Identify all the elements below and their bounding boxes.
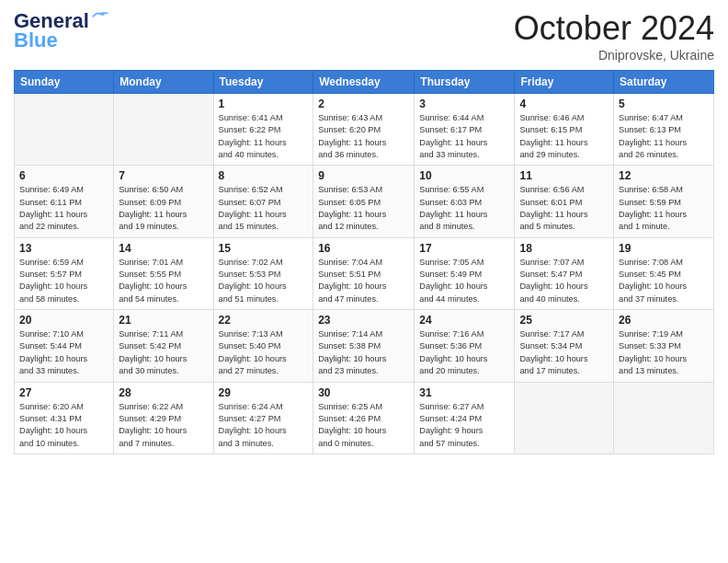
- title-block: October 2024 Dniprovske, Ukraine: [514, 9, 714, 63]
- day-info: Sunrise: 6:20 AM Sunset: 4:31 PM Dayligh…: [19, 401, 108, 450]
- calendar-cell: 12Sunrise: 6:58 AM Sunset: 5:59 PM Dayli…: [614, 166, 714, 237]
- calendar-week-5: 27Sunrise: 6:20 AM Sunset: 4:31 PM Dayli…: [15, 382, 714, 454]
- weekday-header-wednesday: Wednesday: [313, 71, 415, 94]
- day-info: Sunrise: 6:41 AM Sunset: 6:22 PM Dayligh…: [219, 112, 309, 161]
- header: General Blue October 2024 Dniprovske, Uk…: [14, 9, 714, 63]
- day-info: Sunrise: 7:08 AM Sunset: 5:45 PM Dayligh…: [619, 257, 709, 305]
- day-info: Sunrise: 6:47 AM Sunset: 6:13 PM Dayligh…: [619, 112, 709, 161]
- calendar-cell: 9Sunrise: 6:53 AM Sunset: 6:05 PM Daylig…: [313, 166, 415, 237]
- calendar-cell: 8Sunrise: 6:52 AM Sunset: 6:07 PM Daylig…: [213, 166, 313, 237]
- day-info: Sunrise: 6:27 AM Sunset: 4:24 PM Dayligh…: [419, 401, 509, 450]
- calendar-cell: 18Sunrise: 7:07 AM Sunset: 5:47 PM Dayli…: [515, 237, 614, 309]
- calendar-cell: 31Sunrise: 6:27 AM Sunset: 4:24 PM Dayli…: [415, 382, 515, 454]
- day-number: 1: [219, 98, 309, 110]
- calendar-cell: [15, 94, 114, 166]
- day-number: 8: [219, 169, 309, 182]
- day-number: 6: [19, 169, 108, 182]
- day-number: 26: [619, 314, 709, 327]
- day-info: Sunrise: 6:46 AM Sunset: 6:15 PM Dayligh…: [519, 112, 609, 161]
- day-number: 31: [419, 386, 509, 399]
- logo: General Blue: [14, 9, 108, 52]
- logo-blue: Blue: [14, 29, 58, 52]
- day-number: 29: [219, 386, 309, 399]
- calendar-cell: 5Sunrise: 6:47 AM Sunset: 6:13 PM Daylig…: [614, 94, 714, 166]
- day-number: 30: [318, 386, 409, 399]
- day-info: Sunrise: 6:24 AM Sunset: 4:27 PM Dayligh…: [219, 401, 309, 450]
- calendar-week-3: 13Sunrise: 6:59 AM Sunset: 5:57 PM Dayli…: [15, 237, 714, 309]
- day-number: 18: [519, 242, 609, 255]
- calendar-cell: 3Sunrise: 6:44 AM Sunset: 6:17 PM Daylig…: [415, 94, 515, 166]
- day-number: 16: [318, 242, 409, 255]
- day-number: 12: [619, 169, 709, 182]
- calendar-cell: 21Sunrise: 7:11 AM Sunset: 5:42 PM Dayli…: [114, 310, 213, 382]
- calendar-cell: 25Sunrise: 7:17 AM Sunset: 5:34 PM Dayli…: [515, 310, 614, 382]
- calendar-cell: 19Sunrise: 7:08 AM Sunset: 5:45 PM Dayli…: [614, 237, 714, 309]
- day-info: Sunrise: 7:11 AM Sunset: 5:42 PM Dayligh…: [119, 328, 208, 377]
- logo-bird-icon: [92, 11, 108, 22]
- calendar-cell: 20Sunrise: 7:10 AM Sunset: 5:44 PM Dayli…: [15, 310, 114, 382]
- day-number: 14: [119, 242, 208, 255]
- day-number: 10: [419, 169, 509, 182]
- day-number: 21: [119, 314, 208, 327]
- day-info: Sunrise: 7:07 AM Sunset: 5:47 PM Dayligh…: [519, 257, 609, 305]
- day-number: 11: [519, 169, 609, 182]
- day-number: 19: [619, 242, 709, 255]
- day-info: Sunrise: 6:55 AM Sunset: 6:03 PM Dayligh…: [419, 184, 509, 233]
- calendar-cell: 22Sunrise: 7:13 AM Sunset: 5:40 PM Dayli…: [213, 310, 313, 382]
- calendar-table: SundayMondayTuesdayWednesdayThursdayFrid…: [14, 70, 714, 454]
- weekday-header-sunday: Sunday: [15, 71, 114, 94]
- day-number: 7: [119, 169, 208, 182]
- day-info: Sunrise: 6:44 AM Sunset: 6:17 PM Dayligh…: [419, 112, 509, 161]
- day-info: Sunrise: 7:14 AM Sunset: 5:38 PM Dayligh…: [318, 328, 409, 377]
- month-title: October 2024: [514, 9, 714, 48]
- calendar-cell: [614, 382, 714, 454]
- day-number: 3: [419, 98, 509, 110]
- day-info: Sunrise: 7:04 AM Sunset: 5:51 PM Dayligh…: [318, 257, 409, 305]
- day-number: 4: [519, 98, 609, 110]
- calendar-cell: 1Sunrise: 6:41 AM Sunset: 6:22 PM Daylig…: [213, 94, 313, 166]
- day-info: Sunrise: 7:01 AM Sunset: 5:55 PM Dayligh…: [119, 257, 208, 305]
- day-number: 27: [19, 386, 108, 399]
- day-number: 25: [519, 314, 609, 327]
- calendar-cell: 16Sunrise: 7:04 AM Sunset: 5:51 PM Dayli…: [313, 237, 415, 309]
- day-info: Sunrise: 7:02 AM Sunset: 5:53 PM Dayligh…: [219, 257, 309, 305]
- day-info: Sunrise: 6:50 AM Sunset: 6:09 PM Dayligh…: [119, 184, 208, 233]
- weekday-header-monday: Monday: [114, 71, 213, 94]
- calendar-cell: 23Sunrise: 7:14 AM Sunset: 5:38 PM Dayli…: [313, 310, 415, 382]
- weekday-header-tuesday: Tuesday: [213, 71, 313, 94]
- calendar-cell: 29Sunrise: 6:24 AM Sunset: 4:27 PM Dayli…: [213, 382, 313, 454]
- day-info: Sunrise: 7:10 AM Sunset: 5:44 PM Dayligh…: [19, 328, 108, 377]
- calendar-cell: 2Sunrise: 6:43 AM Sunset: 6:20 PM Daylig…: [313, 94, 415, 166]
- day-info: Sunrise: 7:16 AM Sunset: 5:36 PM Dayligh…: [419, 328, 509, 377]
- day-info: Sunrise: 6:22 AM Sunset: 4:29 PM Dayligh…: [119, 401, 208, 450]
- day-number: 28: [119, 386, 208, 399]
- day-number: 17: [419, 242, 509, 255]
- day-number: 20: [19, 314, 108, 327]
- calendar-cell: 14Sunrise: 7:01 AM Sunset: 5:55 PM Dayli…: [114, 237, 213, 309]
- weekday-header-thursday: Thursday: [415, 71, 515, 94]
- calendar-cell: 10Sunrise: 6:55 AM Sunset: 6:03 PM Dayli…: [415, 166, 515, 237]
- weekday-header-friday: Friday: [515, 71, 614, 94]
- calendar-cell: 11Sunrise: 6:56 AM Sunset: 6:01 PM Dayli…: [515, 166, 614, 237]
- calendar-cell: [515, 382, 614, 454]
- day-number: 9: [318, 169, 409, 182]
- day-info: Sunrise: 6:52 AM Sunset: 6:07 PM Dayligh…: [219, 184, 309, 233]
- calendar-cell: 6Sunrise: 6:49 AM Sunset: 6:11 PM Daylig…: [15, 166, 114, 237]
- calendar-cell: [114, 94, 213, 166]
- day-info: Sunrise: 6:25 AM Sunset: 4:26 PM Dayligh…: [318, 401, 409, 450]
- day-info: Sunrise: 7:17 AM Sunset: 5:34 PM Dayligh…: [519, 328, 609, 377]
- calendar-cell: 24Sunrise: 7:16 AM Sunset: 5:36 PM Dayli…: [415, 310, 515, 382]
- day-number: 22: [219, 314, 309, 327]
- calendar-cell: 17Sunrise: 7:05 AM Sunset: 5:49 PM Dayli…: [415, 237, 515, 309]
- weekday-header-row: SundayMondayTuesdayWednesdayThursdayFrid…: [15, 71, 714, 94]
- day-number: 2: [318, 98, 409, 110]
- calendar-cell: 27Sunrise: 6:20 AM Sunset: 4:31 PM Dayli…: [15, 382, 114, 454]
- day-info: Sunrise: 6:56 AM Sunset: 6:01 PM Dayligh…: [519, 184, 609, 233]
- day-info: Sunrise: 6:43 AM Sunset: 6:20 PM Dayligh…: [318, 112, 409, 161]
- weekday-header-saturday: Saturday: [614, 71, 714, 94]
- calendar-cell: 15Sunrise: 7:02 AM Sunset: 5:53 PM Dayli…: [213, 237, 313, 309]
- day-number: 23: [318, 314, 409, 327]
- day-info: Sunrise: 6:58 AM Sunset: 5:59 PM Dayligh…: [619, 184, 709, 233]
- day-info: Sunrise: 6:53 AM Sunset: 6:05 PM Dayligh…: [318, 184, 409, 233]
- day-number: 13: [19, 242, 108, 255]
